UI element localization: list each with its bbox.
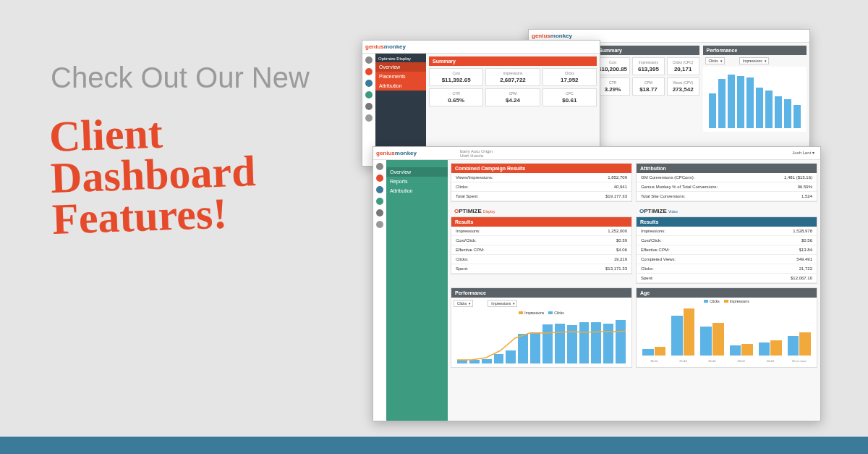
nav-icon[interactable] (365, 91, 373, 98)
nav-icon[interactable] (365, 68, 373, 75)
kv-row: Total Site Conversions:1,524 (637, 192, 817, 201)
nav-icon[interactable] (365, 103, 373, 110)
optimize-display-logo: OPTIMIZE Display (451, 206, 632, 217)
metric-impressions: Impressions2,687,722 (485, 68, 540, 86)
kv-row: Effective CPM:$4.06 (451, 245, 631, 255)
menu-icon[interactable] (376, 163, 383, 170)
age-axis: 18-24 25-34 35-44 45-54 55-64 65 or more (637, 359, 817, 365)
metric-cpm: CPM$4.24 (485, 88, 540, 106)
kv-row: Spent:$12,067.10 (637, 274, 817, 283)
results-title: Results (451, 217, 631, 227)
kv-row: Spent:$13,171.33 (451, 264, 631, 274)
kv-row: Total Spent:$19,177.33 (451, 192, 631, 201)
hero-text: Check Out Our New Client Dashboard Featu… (51, 62, 340, 235)
panel-optimize-display: OPTIMIZE Display Results Impressions:1,2… (451, 206, 632, 284)
panel-combined: Combined Campaign Results Views/Impressi… (451, 163, 632, 202)
nav-icon[interactable] (376, 198, 383, 205)
window-header: geniusmonkey (362, 41, 600, 54)
content-area: Summary Cost$10,200.85 Impressions613,39… (592, 43, 809, 148)
sidebar-main: Overview Reports Attribution (386, 160, 448, 421)
content-area: Combined Campaign Results Views/Impressi… (448, 160, 820, 421)
sidebar-item-attribution[interactable]: Attribution (375, 81, 426, 91)
performance-title: Performance (703, 46, 807, 55)
client-label: Early Auto OriginUtah Honda (460, 149, 493, 158)
panel-optimize-video: OPTIMIZE Video Results Impressions:1,528… (636, 206, 817, 284)
panel-age: Age Clicks Impressions 18-24 (636, 287, 817, 368)
metric-clicks: Clicks17,952 (542, 68, 597, 86)
optimize-video-logo: OPTIMIZE Video (636, 206, 817, 217)
kv-row: Cost/Click:$0.56 (637, 236, 817, 245)
menu-icon[interactable] (365, 56, 373, 64)
summary-title: Summary (595, 46, 699, 55)
panel-title: Performance (451, 288, 631, 298)
nav-icon[interactable] (376, 175, 383, 182)
dropdown-metric1[interactable]: Clicks (705, 57, 725, 64)
summary-title: Summary (429, 56, 597, 66)
kv-row: Clicks:21,722 (637, 264, 817, 274)
hero-subtitle: Check Out Our New (51, 62, 340, 93)
kv-row: Clicks:19,219 (451, 255, 631, 264)
metric-cpc: CPC$0.61 (542, 88, 597, 106)
nav-icon[interactable] (376, 221, 383, 228)
chart-performance (451, 316, 631, 367)
chart-age (637, 305, 817, 359)
kv-row: Genius Monkey % of Total Conversions:96.… (637, 182, 817, 192)
kv-row: Views/Impressions:1,852,709 (451, 173, 631, 182)
kv-row: Impressions:1,528,978 (637, 227, 817, 236)
logo: geniusmonkey (365, 43, 406, 50)
kv-row: GM Conversions (CPConv):1,481 ($13.16) (637, 173, 817, 182)
user-menu[interactable]: Josh Lent ▾ (792, 150, 814, 155)
sidebar-item-placements[interactable]: Placements (375, 72, 426, 81)
metric-cost: Cost$10,200.85 (595, 57, 630, 75)
nav-icon[interactable] (376, 209, 383, 217)
panel-title: Combined Campaign Results (451, 164, 631, 173)
results-title: Results (637, 217, 817, 227)
panel-attribution: Attribution GM Conversions (CPConv):1,48… (636, 163, 817, 202)
logo: geniusmonkey (532, 33, 572, 39)
sidebar-item-attribution[interactable]: Attribution (386, 186, 448, 196)
kv-row: Completed Views:549,491 (637, 255, 817, 264)
panel-title: Attribution (637, 164, 817, 173)
sidebar-item-overview[interactable]: Overview (386, 167, 448, 177)
metric-views: Views (CPV)273,542 (667, 77, 699, 96)
logo: geniusmonkey (376, 150, 417, 156)
sidebar-item-reports[interactable]: Reports (386, 177, 448, 186)
chart-performance-b (703, 67, 807, 132)
metric-ctr: CTR0.65% (429, 88, 483, 106)
panel-title: Age (637, 288, 817, 298)
sidebar-title: Optimize Display (375, 54, 426, 62)
metric-ctr: CTR3.29% (595, 77, 630, 96)
window-header: geniusmonkey Early Auto OriginUtah Honda… (373, 147, 820, 160)
chart-legend: Impressions Clicks (451, 309, 631, 316)
nav-icon[interactable] (365, 80, 373, 87)
chart-legend: Clicks Impressions (637, 298, 817, 305)
metric-cost: Cost$11,392.65 (429, 68, 483, 86)
dropdown-metric2[interactable]: Impressions (739, 57, 769, 64)
kv-row: Effective CPM:$13.84 (637, 245, 817, 255)
nav-icon[interactable] (376, 186, 383, 193)
nav-icon[interactable] (365, 114, 373, 122)
dropdown-impressions[interactable]: Impressions (488, 300, 517, 307)
kv-row: Cost/Click:$0.39 (451, 236, 631, 245)
metric-clicks: Clicks (CPC)20,171 (667, 57, 699, 75)
panel-performance: Performance Clicks Impressions Impressio… (451, 287, 632, 368)
icon-rail (373, 160, 386, 421)
hero-title: Client Dashboard Features! (48, 106, 342, 240)
kv-row: Impressions:1,252,000 (451, 227, 631, 236)
metric-impressions: Impressions613,395 (632, 57, 665, 75)
bottom-accent-bar (0, 437, 868, 454)
dropdown-clicks[interactable]: Clicks (454, 300, 473, 307)
kv-row: Clicks:40,941 (451, 182, 631, 192)
sidebar-item-overview[interactable]: Overview (375, 62, 426, 72)
window-main-dashboard: geniusmonkey Early Auto OriginUtah Honda… (373, 146, 821, 421)
metric-cpm: CPM$18.77 (632, 77, 665, 96)
